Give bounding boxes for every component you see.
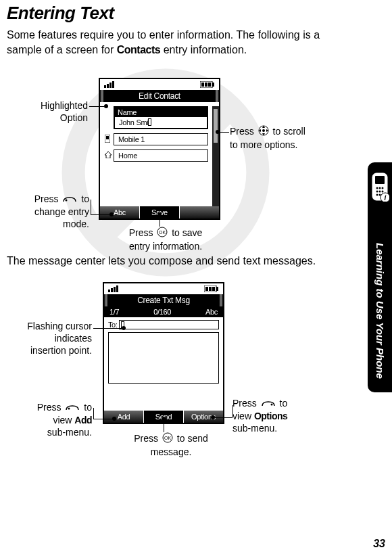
svg-rect-7 <box>212 83 214 87</box>
field-mobile[interactable]: Mobile 1 <box>114 133 208 145</box>
battery-icon <box>204 285 219 292</box>
svg-text:OK: OK <box>159 230 166 235</box>
name-text: John Smi <box>119 118 148 126</box>
t: view <box>53 415 74 425</box>
scrollbar-thumb[interactable] <box>214 109 218 143</box>
leader-dot <box>122 326 126 330</box>
info-bar: 1/7 0/160 Abc <box>104 306 223 317</box>
t: Press <box>232 398 260 409</box>
add-mono: Add <box>74 415 92 425</box>
page-number: 33 <box>373 538 385 550</box>
leader-line <box>91 200 91 214</box>
t: Press <box>134 433 161 444</box>
softkey-left-add[interactable]: Add <box>104 411 143 423</box>
callout-save: Press OK to save entry information. <box>108 227 223 252</box>
softkey-left-abc[interactable]: Abc <box>100 206 139 218</box>
field-mobile-label: Mobile 1 <box>114 134 207 145</box>
svg-rect-23 <box>108 290 110 292</box>
t: to scroll <box>270 126 305 137</box>
t: indicates <box>55 333 92 344</box>
svg-rect-25 <box>114 287 116 292</box>
svg-rect-12 <box>106 136 109 139</box>
svg-point-20 <box>66 200 68 202</box>
nav-key-icon <box>258 125 269 139</box>
ok-key-icon: OK <box>157 227 168 240</box>
to-input[interactable] <box>119 320 219 329</box>
svg-rect-10 <box>208 83 211 87</box>
info-count: 0/160 <box>153 308 171 316</box>
battery-icon <box>200 81 215 88</box>
status-bar <box>104 283 223 294</box>
t: to <box>81 402 92 413</box>
t: sub-menu. <box>232 423 277 434</box>
t: view <box>232 411 254 421</box>
svg-marker-13 <box>105 152 112 158</box>
t: change entry <box>34 206 89 217</box>
screen-body: Name John Smi Mobile 1 Home <box>100 106 219 210</box>
leader-line <box>160 220 160 227</box>
svg-rect-29 <box>205 287 208 291</box>
leader-dot <box>157 212 162 216</box>
left-softkey-icon <box>65 402 80 414</box>
leader-line <box>164 424 164 432</box>
leader-line <box>220 132 229 133</box>
phone-edit-contact: Edit Contact Name John Smi Mobile 1 Home <box>99 78 220 220</box>
field-home-label: Home <box>114 150 207 161</box>
t: to save <box>169 227 202 238</box>
t: to send <box>174 433 208 444</box>
svg-rect-24 <box>111 288 113 292</box>
leader-line <box>91 214 109 215</box>
intro-paragraph: Some features require you to enter infor… <box>7 28 345 57</box>
t: Press <box>34 193 62 204</box>
field-name[interactable]: Name John Smi <box>114 106 208 129</box>
leader-line <box>215 417 224 418</box>
left-softkey-icon <box>62 193 77 206</box>
info-mode: Abc <box>205 308 218 316</box>
svg-rect-4 <box>109 83 112 88</box>
leader-dot <box>162 417 166 421</box>
screen-title: Edit Contact <box>100 90 219 102</box>
leader-dot <box>216 130 220 134</box>
ok-key-icon: OK <box>162 432 173 446</box>
leader-line <box>93 328 122 329</box>
text-caret <box>148 118 151 126</box>
t: Option <box>60 112 88 123</box>
phone-create-msg: Create Txt Msg 1/7 0/160 Abc To: Add Sen… <box>103 282 224 424</box>
t: to more options. <box>230 139 297 150</box>
leader-line <box>224 417 232 418</box>
screen-title: Create Txt Msg <box>104 294 223 306</box>
leader-dot <box>112 417 116 421</box>
signal-icon <box>104 81 118 88</box>
t: insertion point. <box>30 345 92 356</box>
svg-point-15 <box>262 129 265 132</box>
status-bar <box>100 79 219 90</box>
t: entry information. <box>129 241 202 252</box>
section-heading: Entering Text <box>7 3 392 24</box>
t: Press <box>129 227 156 238</box>
svg-rect-2 <box>104 85 106 88</box>
callout-cursor: Flashing cursor indicates insertion poin… <box>4 320 92 356</box>
t: message. <box>151 446 192 457</box>
leader-dot <box>211 415 215 419</box>
signal-icon <box>108 285 122 292</box>
field-name-label: Name <box>115 108 207 117</box>
callout-scroll: Press to scroll to more options. <box>230 125 338 151</box>
callout-highlighted-option: Highlighted Option <box>7 99 88 124</box>
t: to <box>78 193 89 204</box>
field-name-value[interactable]: John Smi <box>115 117 207 128</box>
intro-text-b: entry information. <box>160 44 247 55</box>
softkey-right[interactable] <box>180 206 219 218</box>
leader-dot <box>104 104 108 108</box>
intro-mono: Contacts <box>117 44 160 55</box>
svg-rect-30 <box>209 287 212 291</box>
callout-entry-mode: Press to change entry mode. <box>3 193 89 230</box>
leader-dot <box>109 212 114 216</box>
svg-rect-26 <box>116 285 118 292</box>
right-softkey-icon <box>261 398 276 410</box>
message-body-input[interactable] <box>108 332 219 384</box>
callout-send: Press OK to send message. <box>114 432 228 458</box>
softkey-right-options[interactable]: Options <box>184 411 223 423</box>
t: Press <box>37 402 64 413</box>
field-home[interactable]: Home <box>114 149 208 162</box>
info-page: 1/7 <box>109 308 119 316</box>
